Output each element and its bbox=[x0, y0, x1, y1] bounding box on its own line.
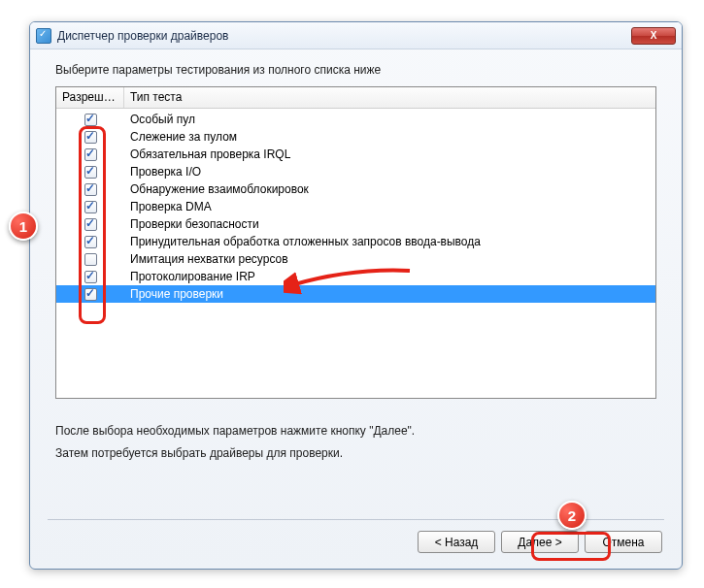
checkbox-cell bbox=[56, 183, 124, 196]
list-header: Разреше... Тип теста bbox=[56, 87, 655, 109]
dialog-window: Диспетчер проверки драйверов X Выберите … bbox=[29, 21, 683, 570]
list-item[interactable]: Принудительная обработка отложенных запр… bbox=[56, 233, 655, 250]
test-label: Особый пул bbox=[124, 113, 655, 126]
column-allow[interactable]: Разреше... bbox=[56, 87, 124, 108]
test-label: Принудительная обработка отложенных запр… bbox=[124, 235, 655, 248]
test-label: Проверка I/O bbox=[124, 165, 655, 179]
list-item[interactable]: Проверка I/O bbox=[56, 163, 655, 180]
content-area: Выберите параметры тестирования из полно… bbox=[30, 49, 682, 474]
test-checkbox[interactable] bbox=[84, 114, 97, 126]
test-label: Протоколирование IRP bbox=[124, 270, 655, 283]
column-type[interactable]: Тип теста bbox=[124, 87, 655, 108]
hint-line-1: После выбора необходимых параметров нажм… bbox=[55, 420, 656, 442]
window-title: Диспетчер проверки драйверов bbox=[57, 29, 228, 43]
hint-line-2: Затем потребуется выбрать драйверы для п… bbox=[55, 442, 656, 465]
test-checkbox[interactable] bbox=[84, 236, 97, 248]
test-checkbox[interactable] bbox=[84, 288, 97, 301]
list-item[interactable]: Обязательная проверка IRQL bbox=[56, 146, 655, 163]
test-label: Слежение за пулом bbox=[124, 130, 655, 144]
app-icon bbox=[36, 28, 51, 44]
test-label: Обязательная проверка IRQL bbox=[124, 147, 655, 161]
list-item[interactable]: Особый пул bbox=[56, 111, 655, 128]
back-button[interactable]: < Назад bbox=[418, 531, 495, 553]
checkbox-cell bbox=[56, 166, 124, 179]
checkbox-cell bbox=[56, 288, 124, 301]
checkbox-cell bbox=[56, 236, 124, 248]
cancel-button[interactable]: Отмена bbox=[585, 531, 662, 553]
checkbox-cell bbox=[56, 131, 124, 144]
checkbox-cell bbox=[56, 253, 124, 266]
test-checkbox[interactable] bbox=[84, 148, 97, 161]
marker-2: 2 bbox=[557, 501, 587, 530]
list-item[interactable]: Проверки безопасности bbox=[56, 215, 655, 233]
list-item[interactable]: Слежение за пулом bbox=[56, 128, 655, 146]
checkbox-cell bbox=[56, 218, 124, 231]
test-checkbox[interactable] bbox=[84, 166, 97, 179]
list-item[interactable]: Протоколирование IRP bbox=[56, 268, 655, 285]
test-label: Имитация нехватки ресурсов bbox=[124, 252, 655, 266]
marker-1: 1 bbox=[9, 212, 38, 241]
test-checkbox[interactable] bbox=[84, 183, 97, 196]
list-item[interactable]: Прочие проверки bbox=[56, 285, 655, 303]
test-listbox[interactable]: Разреше... Тип теста Особый пулСлежение … bbox=[55, 86, 656, 399]
list-item[interactable]: Имитация нехватки ресурсов bbox=[56, 250, 655, 268]
next-button[interactable]: Далее > bbox=[501, 531, 579, 553]
test-checkbox[interactable] bbox=[84, 131, 97, 144]
list-body: Особый пулСлежение за пуломОбязательная … bbox=[56, 109, 655, 303]
list-item[interactable]: Обнаружение взаимоблокировок bbox=[56, 180, 655, 198]
test-label: Проверка DMA bbox=[124, 200, 655, 213]
close-icon: X bbox=[651, 30, 657, 41]
test-label: Прочие проверки bbox=[124, 287, 655, 301]
test-checkbox[interactable] bbox=[84, 253, 97, 266]
checkbox-cell bbox=[56, 201, 124, 213]
button-row: < Назад Далее > Отмена bbox=[418, 531, 662, 553]
test-checkbox[interactable] bbox=[84, 201, 97, 213]
checkbox-cell bbox=[56, 114, 124, 126]
test-label: Обнаружение взаимоблокировок bbox=[124, 182, 655, 196]
test-checkbox[interactable] bbox=[84, 271, 97, 283]
hint-block: После выбора необходимых параметров нажм… bbox=[55, 420, 656, 465]
list-item[interactable]: Проверка DMA bbox=[56, 198, 655, 215]
instruction-text: Выберите параметры тестирования из полно… bbox=[55, 63, 656, 77]
titlebar: Диспетчер проверки драйверов X bbox=[30, 22, 682, 49]
checkbox-cell bbox=[56, 148, 124, 161]
test-checkbox[interactable] bbox=[84, 218, 97, 231]
close-button[interactable]: X bbox=[631, 27, 676, 45]
checkbox-cell bbox=[56, 271, 124, 283]
test-label: Проверки безопасности bbox=[124, 217, 655, 231]
